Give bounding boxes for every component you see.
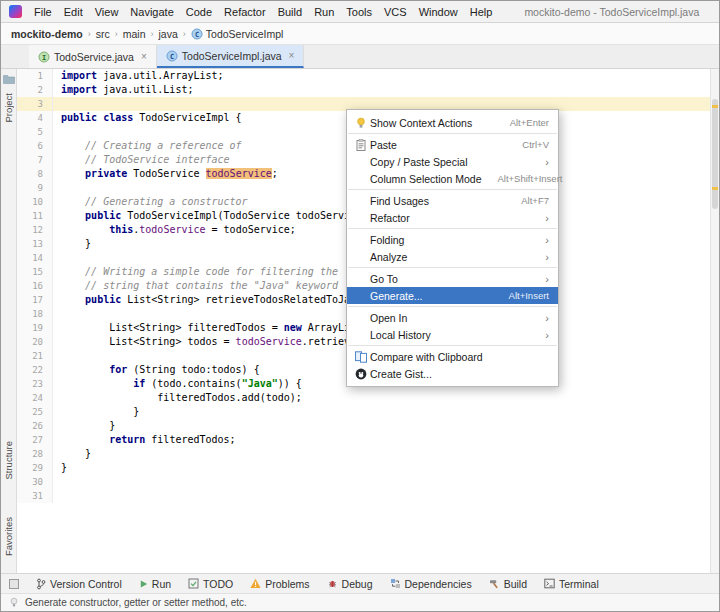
line-number[interactable]: 25 <box>17 405 53 419</box>
menu-item-folding[interactable]: Folding› <box>347 231 558 248</box>
line-number[interactable]: 14 <box>17 251 53 265</box>
tab-todoserviceimpl-java[interactable]: CTodoServiceImpl.java× <box>157 45 305 68</box>
menubar-build[interactable]: Build <box>272 4 308 20</box>
code-line-27[interactable]: 27 return filteredTodos; <box>17 433 710 447</box>
code-line-1[interactable]: 1import java.util.ArrayList; <box>17 69 710 83</box>
line-number[interactable]: 27 <box>17 433 53 447</box>
scrollbar-highlight-mark <box>712 187 718 190</box>
menubar-tools[interactable]: Tools <box>340 4 378 20</box>
breadcrumb: mockito-demo›src›main›java›CTodoServiceI… <box>1 23 719 45</box>
toolwindow-button-debug[interactable]: Debug <box>327 578 373 590</box>
code-token: // Writing a simple code for filtering t… <box>61 266 338 277</box>
menu-item-show-context-actions[interactable]: Show Context ActionsAlt+Enter <box>347 114 558 131</box>
line-number[interactable]: 30 <box>17 475 53 489</box>
toolwindow-button-terminal[interactable]: Terminal <box>544 578 599 590</box>
menubar-edit[interactable]: Edit <box>58 4 89 20</box>
code-line-2[interactable]: 2import java.util.List; <box>17 83 710 97</box>
code-line-26[interactable]: 26 } <box>17 419 710 433</box>
project-folder-icon[interactable] <box>3 74 15 84</box>
line-number[interactable]: 31 <box>17 489 53 503</box>
menubar-file[interactable]: File <box>28 4 58 20</box>
toolwindow-button-structure[interactable]: Structure <box>3 441 14 480</box>
breadcrumb-item-main[interactable]: main <box>123 28 146 40</box>
menubar-vcs[interactable]: VCS <box>378 4 413 20</box>
scrollbar-thumb[interactable] <box>712 99 718 209</box>
line-number[interactable]: 24 <box>17 391 53 405</box>
editor-scrollbar[interactable] <box>710 69 719 573</box>
code-line-29[interactable]: 29} <box>17 461 710 475</box>
breadcrumb-item-todoserviceimpl[interactable]: CTodoServiceImpl <box>191 28 284 40</box>
line-number[interactable]: 2 <box>17 83 53 97</box>
menu-item-compare-with-clipboard[interactable]: Compare with Clipboard <box>347 348 558 365</box>
menu-item-label: Paste <box>370 139 506 151</box>
line-number[interactable]: 29 <box>17 461 53 475</box>
line-number[interactable]: 18 <box>17 307 53 321</box>
tab-close-icon[interactable]: × <box>141 51 147 62</box>
toolwindow-button-todo[interactable]: TODO <box>188 578 233 590</box>
toolwindow-button-dependencies[interactable]: Dependencies <box>390 578 472 590</box>
line-number[interactable]: 23 <box>17 377 53 391</box>
breadcrumb-item-mockito-demo[interactable]: mockito-demo <box>11 28 83 40</box>
menu-item-local-history[interactable]: Local History› <box>347 326 558 343</box>
menu-item-generate[interactable]: Generate...Alt+Insert <box>347 287 558 304</box>
line-number[interactable]: 3 <box>17 97 53 111</box>
line-number[interactable]: 10 <box>17 195 53 209</box>
code-token: // string that contains the "Java" keywo… <box>61 280 338 291</box>
breadcrumb-item-java[interactable]: java <box>159 28 178 40</box>
code-line-31[interactable]: 31 <box>17 489 710 503</box>
code-line-25[interactable]: 25 } <box>17 405 710 419</box>
line-number[interactable]: 1 <box>17 69 53 83</box>
line-number[interactable]: 19 <box>17 321 53 335</box>
line-number[interactable]: 26 <box>17 419 53 433</box>
toolwindow-button-build[interactable]: Build <box>489 578 527 590</box>
menubar-refactor[interactable]: Refactor <box>218 4 272 20</box>
code-token <box>61 168 85 179</box>
code-line-24[interactable]: 24 filteredTodos.add(todo); <box>17 391 710 405</box>
tab-close-icon[interactable]: × <box>289 50 295 61</box>
menu-item-find-usages[interactable]: Find UsagesAlt+F7 <box>347 192 558 209</box>
menu-item-column-selection-mode[interactable]: Column Selection ModeAlt+Shift+Insert <box>347 170 558 187</box>
menu-item-paste[interactable]: PasteCtrl+V <box>347 136 558 153</box>
menu-item-copy-paste-special[interactable]: Copy / Paste Special› <box>347 153 558 170</box>
code-line-30[interactable]: 30 <box>17 475 710 489</box>
scrollbar-highlight-mark <box>712 105 718 108</box>
line-number[interactable]: 16 <box>17 279 53 293</box>
line-number[interactable]: 28 <box>17 447 53 461</box>
line-number[interactable]: 4 <box>17 111 53 125</box>
menu-item-go-to[interactable]: Go To› <box>347 270 558 287</box>
menu-item-open-in[interactable]: Open In› <box>347 309 558 326</box>
menubar-help[interactable]: Help <box>464 4 499 20</box>
code-line-28[interactable]: 28 } <box>17 447 710 461</box>
line-number[interactable]: 9 <box>17 181 53 195</box>
line-number[interactable]: 17 <box>17 293 53 307</box>
menubar-run[interactable]: Run <box>308 4 340 20</box>
tab-todoservice-java[interactable]: ITodoService.java× <box>29 45 157 68</box>
line-number[interactable]: 20 <box>17 335 53 349</box>
menubar-view[interactable]: View <box>89 4 125 20</box>
menu-item-refactor[interactable]: Refactor› <box>347 209 558 226</box>
menu-item-analyze[interactable]: Analyze› <box>347 248 558 265</box>
breadcrumb-item-src[interactable]: src <box>96 28 110 40</box>
menubar-navigate[interactable]: Navigate <box>124 4 179 20</box>
menu-item-create-gist[interactable]: Create Gist... <box>347 365 558 382</box>
line-number[interactable]: 7 <box>17 153 53 167</box>
line-number[interactable]: 8 <box>17 167 53 181</box>
line-number[interactable]: 11 <box>17 209 53 223</box>
menubar-code[interactable]: Code <box>180 4 218 20</box>
toolwindow-button-version-control[interactable]: Version Control <box>36 578 122 590</box>
toolwindow-button-run[interactable]: Run <box>139 578 171 590</box>
line-number[interactable]: 12 <box>17 223 53 237</box>
toolwindow-switcher-icon[interactable] <box>9 579 19 589</box>
line-number[interactable]: 6 <box>17 139 53 153</box>
line-number[interactable]: 5 <box>17 125 53 139</box>
line-number[interactable]: 13 <box>17 237 53 251</box>
toolwindow-button-favorites[interactable]: Favorites <box>3 517 14 556</box>
submenu-arrow-icon: › <box>545 273 549 285</box>
line-number[interactable]: 15 <box>17 265 53 279</box>
line-number[interactable]: 22 <box>17 363 53 377</box>
line-number[interactable]: 21 <box>17 349 53 363</box>
toolwindow-button-problems[interactable]: Problems <box>250 578 309 590</box>
toolwindow-button-project[interactable]: Project <box>3 93 14 123</box>
menubar-window[interactable]: Window <box>413 4 464 20</box>
code-token: } <box>61 406 139 417</box>
